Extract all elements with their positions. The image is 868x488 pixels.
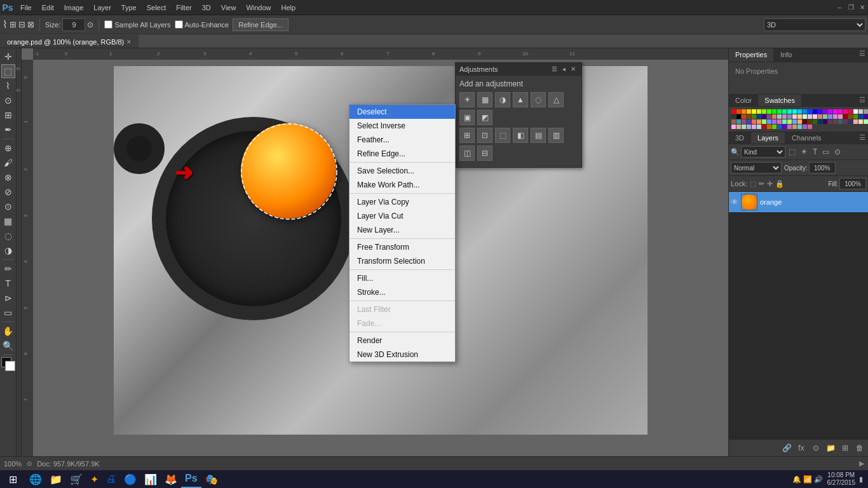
show-desktop-icon[interactable]: ▮ xyxy=(859,475,863,484)
swatch-item[interactable] xyxy=(792,119,797,124)
menu-filter[interactable]: Filter xyxy=(171,0,196,15)
blend-mode-select[interactable]: Normal xyxy=(731,162,782,173)
swatch-item[interactable] xyxy=(736,109,741,114)
swatch-item[interactable] xyxy=(731,125,736,129)
swatch-item[interactable] xyxy=(767,114,771,119)
swatch-item[interactable] xyxy=(792,114,797,119)
swatch-item[interactable] xyxy=(752,109,756,114)
ctx-render[interactable]: Render xyxy=(349,334,455,348)
layer-visibility-icon[interactable]: 👁 xyxy=(731,198,738,207)
swatch-item[interactable] xyxy=(797,125,802,129)
swatch-item[interactable] xyxy=(757,114,761,119)
menu-edit[interactable]: Edit xyxy=(37,0,59,15)
link-layers-icon[interactable]: 🔗 xyxy=(780,442,793,454)
swatch-item[interactable] xyxy=(843,114,848,119)
menu-layer[interactable]: Layer xyxy=(88,0,116,15)
path-select-tool[interactable]: ⊳ xyxy=(1,291,15,305)
swatch-item[interactable] xyxy=(752,114,756,119)
add-style-icon[interactable]: fx xyxy=(795,442,808,454)
swatch-item[interactable] xyxy=(762,119,766,124)
swatch-item[interactable] xyxy=(853,109,858,114)
swatch-item[interactable] xyxy=(808,114,812,119)
crop-tool[interactable]: ⊞ xyxy=(1,108,15,122)
background-color[interactable] xyxy=(5,361,15,371)
swatch-item[interactable] xyxy=(833,114,837,119)
layer-filter-smart-icon[interactable]: ⊙ xyxy=(832,147,843,157)
swatch-item[interactable] xyxy=(828,109,832,114)
ctx-feather[interactable]: Feather... xyxy=(349,133,455,147)
swatch-item[interactable] xyxy=(772,109,776,114)
swatch-item[interactable] xyxy=(742,114,746,119)
ctx-new-3d-extrusion[interactable]: New 3D Extrusion xyxy=(349,348,455,362)
tab-close-icon[interactable]: ✕ xyxy=(126,39,132,45)
foreground-background-color[interactable] xyxy=(1,357,15,371)
ctx-fill[interactable]: Fill... xyxy=(349,271,455,285)
swatch-item[interactable] xyxy=(808,125,812,129)
swatch-item[interactable] xyxy=(747,125,751,129)
swatch-item[interactable] xyxy=(864,114,868,119)
adj-close-icon[interactable]: ✕ xyxy=(569,65,578,73)
menu-select[interactable]: Select xyxy=(142,0,172,15)
tab-color[interactable]: Color xyxy=(729,95,758,106)
adj-colorbalance-icon[interactable]: ▣ xyxy=(459,110,475,125)
ctx-refine-edge[interactable]: Refine Edge... xyxy=(349,147,455,161)
menu-help[interactable]: Help xyxy=(276,0,301,15)
taskbar-powerpoint[interactable]: 📊 xyxy=(140,470,161,488)
dodge-tool[interactable]: ◑ xyxy=(1,243,15,257)
taskbar-app4[interactable]: ✦ xyxy=(86,470,102,488)
menu-3d[interactable]: 3D xyxy=(197,0,216,15)
swatch-item[interactable] xyxy=(731,109,736,114)
swatch-item[interactable] xyxy=(757,119,761,124)
menu-image[interactable]: Image xyxy=(59,0,89,15)
tab-3d[interactable]: 3D xyxy=(729,132,751,144)
brush-tool[interactable]: 🖌 xyxy=(1,156,15,170)
ctx-new-layer[interactable]: New Layer... xyxy=(349,223,455,237)
color-menu-icon[interactable]: ☰ xyxy=(857,95,868,106)
swatch-item[interactable] xyxy=(782,114,787,119)
swatch-item[interactable] xyxy=(848,114,853,119)
swatch-item[interactable] xyxy=(797,114,802,119)
swatch-item[interactable] xyxy=(864,109,868,114)
history-brush-tool[interactable]: ⊘ xyxy=(1,185,15,199)
swatch-item[interactable] xyxy=(797,109,802,114)
swatch-item[interactable] xyxy=(747,114,751,119)
blur-tool[interactable]: ◌ xyxy=(1,229,15,243)
swatch-item[interactable] xyxy=(777,114,782,119)
fill-input[interactable] xyxy=(839,178,866,189)
layers-menu-icon[interactable]: ☰ xyxy=(857,132,868,144)
restore-button[interactable]: ❐ xyxy=(845,2,857,13)
close-button[interactable]: ✕ xyxy=(857,2,868,13)
menu-window[interactable]: Window xyxy=(241,0,276,15)
adj-invert-icon[interactable]: ◧ xyxy=(513,128,528,143)
minimize-button[interactable]: – xyxy=(834,2,845,13)
layer-filter-shape-icon[interactable]: ▭ xyxy=(820,147,831,157)
swatch-item[interactable] xyxy=(808,109,812,114)
swatch-item[interactable] xyxy=(767,125,771,129)
opacity-input[interactable] xyxy=(809,162,836,173)
adj-vibrance-icon[interactable]: ◌ xyxy=(531,92,546,107)
swatch-item[interactable] xyxy=(818,109,822,114)
taskbar-store[interactable]: 🛒 xyxy=(66,470,86,488)
layer-filter-type-icon[interactable]: T xyxy=(811,147,819,157)
taskbar-hp[interactable]: 🖨 xyxy=(102,470,120,488)
swatch-item[interactable] xyxy=(823,109,827,114)
swatch-item[interactable] xyxy=(853,114,858,119)
swatch-item[interactable] xyxy=(736,125,741,129)
adj-menu-icon[interactable]: ☰ xyxy=(550,65,559,73)
status-arrow-icon[interactable]: ▶ xyxy=(859,459,864,468)
swatch-item[interactable] xyxy=(813,114,817,119)
swatch-item[interactable] xyxy=(838,109,843,114)
tab-properties[interactable]: Properties xyxy=(729,48,774,62)
swatch-item[interactable] xyxy=(762,109,766,114)
swatch-item[interactable] xyxy=(757,109,761,114)
layer-filter-adj-icon[interactable]: ☀ xyxy=(799,147,810,157)
swatch-item[interactable] xyxy=(742,109,746,114)
tool-subtract-icon[interactable]: ⊟ xyxy=(18,20,25,29)
swatch-item[interactable] xyxy=(803,119,807,124)
clone-stamp-tool[interactable]: ⊗ xyxy=(1,170,15,184)
layer-orange[interactable]: 👁 orange xyxy=(729,192,868,212)
swatch-item[interactable] xyxy=(747,119,751,124)
taskbar-photoshop[interactable]: Ps xyxy=(181,470,201,488)
tool-option-icon[interactable]: ⊞ xyxy=(10,20,17,29)
tab-swatches[interactable]: Swatches xyxy=(758,95,801,106)
